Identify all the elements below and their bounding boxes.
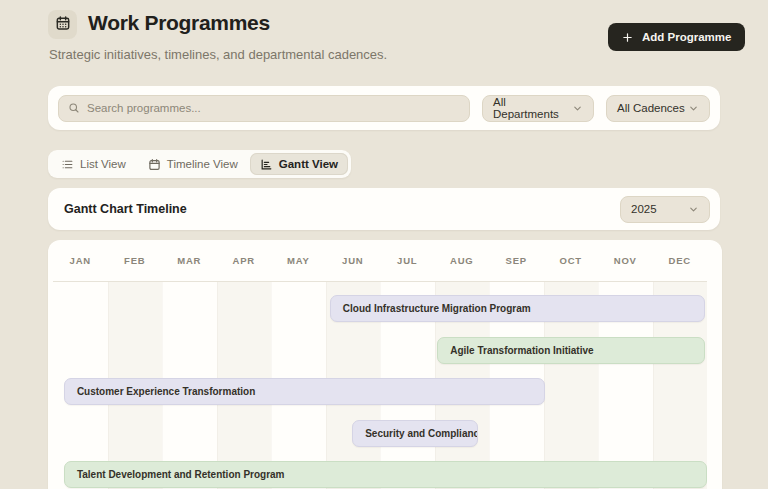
gantt-bar[interactable]: Security and Compliance Enh... bbox=[352, 420, 478, 447]
department-filter-value: All Departments bbox=[493, 96, 572, 120]
month-header-row: JANFEBMARAPRMAYJUNJULAUGSEPOCTNOVDEC bbox=[53, 240, 707, 282]
gantt-chart-title: Gantt Chart Timeline bbox=[64, 202, 187, 216]
page-title: Work Programmes bbox=[88, 11, 270, 35]
month-label-dec: DEC bbox=[653, 255, 708, 266]
gantt-bar-label: Cloud Infrastructure Migration Program bbox=[343, 303, 531, 314]
app-icon-box bbox=[48, 10, 77, 39]
gantt-bar[interactable]: Talent Development and Retention Program bbox=[64, 461, 707, 488]
tab-label: Timeline View bbox=[167, 158, 238, 170]
month-label-sep: SEP bbox=[489, 255, 544, 266]
gantt-bar-label: Talent Development and Retention Program bbox=[77, 469, 285, 480]
month-label-aug: AUG bbox=[435, 255, 490, 266]
gantt-bar[interactable]: Cloud Infrastructure Migration Program bbox=[330, 295, 705, 322]
cadence-filter-select[interactable]: All Cadences bbox=[606, 95, 710, 122]
gantt-chart: JANFEBMARAPRMAYJUNJULAUGSEPOCTNOVDEC Clo… bbox=[53, 240, 707, 489]
month-label-jan: JAN bbox=[53, 255, 108, 266]
calendar-icon bbox=[55, 15, 71, 35]
tab-list-view[interactable]: List View bbox=[51, 153, 136, 175]
month-label-apr: APR bbox=[217, 255, 272, 266]
month-label-may: MAY bbox=[271, 255, 326, 266]
list-icon bbox=[61, 158, 74, 171]
tab-label: List View bbox=[80, 158, 126, 170]
month-label-mar: MAR bbox=[162, 255, 217, 266]
add-programme-label: Add Programme bbox=[642, 31, 731, 43]
month-label-jun: JUN bbox=[326, 255, 381, 266]
tab-gantt-view[interactable]: Gantt View bbox=[250, 153, 348, 175]
search-field[interactable] bbox=[58, 95, 470, 122]
gantt-bar[interactable]: Customer Experience Transformation bbox=[64, 378, 545, 405]
plus-icon bbox=[622, 32, 633, 43]
gantt-bar[interactable]: Agile Transformation Initiative bbox=[437, 337, 705, 364]
year-select[interactable]: 2025 bbox=[620, 196, 710, 223]
gantt-body: Cloud Infrastructure Migration ProgramAg… bbox=[53, 282, 707, 489]
gantt-header-card: Gantt Chart Timeline 2025 bbox=[48, 188, 720, 230]
gantt-bar-label: Agile Transformation Initiative bbox=[450, 345, 593, 356]
cadence-filter-value: All Cadences bbox=[617, 102, 685, 114]
search-input[interactable] bbox=[87, 102, 460, 114]
gantt-bar-label: Customer Experience Transformation bbox=[77, 386, 255, 397]
view-tabs: List ViewTimeline ViewGantt View bbox=[48, 150, 351, 178]
search-icon bbox=[68, 102, 80, 114]
gantt-icon bbox=[260, 158, 273, 171]
add-programme-button[interactable]: Add Programme bbox=[608, 23, 745, 51]
calendar-icon bbox=[148, 158, 161, 171]
chevron-down-icon bbox=[688, 204, 699, 215]
tab-timeline-view[interactable]: Timeline View bbox=[138, 153, 248, 175]
month-label-nov: NOV bbox=[598, 255, 653, 266]
year-value: 2025 bbox=[631, 203, 657, 215]
month-label-feb: FEB bbox=[108, 255, 163, 266]
month-label-jul: JUL bbox=[380, 255, 435, 266]
page-subtitle: Strategic initiatives, timelines, and de… bbox=[49, 47, 387, 62]
tab-label: Gantt View bbox=[279, 158, 338, 170]
gantt-chart-card: JANFEBMARAPRMAYJUNJULAUGSEPOCTNOVDEC Clo… bbox=[48, 240, 722, 489]
filter-card: All Departments All Cadences bbox=[48, 86, 720, 130]
chevron-down-icon bbox=[572, 103, 583, 114]
gantt-bar-label: Security and Compliance Enh... bbox=[365, 428, 478, 439]
department-filter-select[interactable]: All Departments bbox=[482, 95, 594, 122]
month-label-oct: OCT bbox=[544, 255, 599, 266]
chevron-down-icon bbox=[688, 103, 699, 114]
